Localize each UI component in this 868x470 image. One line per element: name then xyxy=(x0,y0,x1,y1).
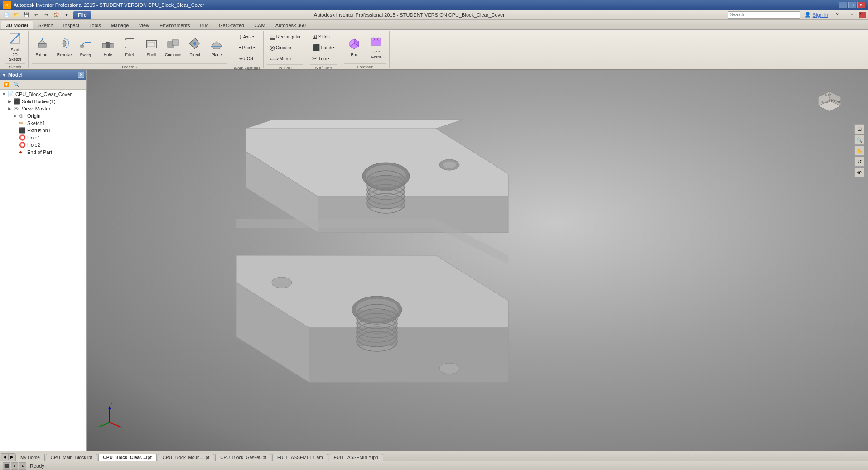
sweep-button[interactable]: Sweep xyxy=(76,32,96,62)
tree-item-view-master[interactable]: ▶ 👁 View: Master xyxy=(1,105,85,112)
edit-form-button[interactable]: EditForm xyxy=(366,32,386,62)
tab-full-assembly-ipn[interactable]: FULL_ASSEMBLY.ipn xyxy=(329,454,383,461)
point-button[interactable]: • Point ▾ xyxy=(237,43,258,53)
inner-close-button[interactable]: ✕ xyxy=(859,12,866,18)
shell-button[interactable]: Shell xyxy=(141,32,162,62)
tab-my-home[interactable]: My Home xyxy=(15,454,45,461)
tab-cpu-main-block[interactable]: CPU_Main_Block.ipt xyxy=(46,454,97,461)
status-bar: ⬛ ▲ ▲ Ready xyxy=(0,461,868,470)
hole-button[interactable]: Hole xyxy=(97,32,118,62)
fillet-button[interactable]: Fillet xyxy=(119,32,140,62)
tab-3d-model[interactable]: 3D Model xyxy=(1,21,33,29)
minimize-button[interactable]: ─ xyxy=(839,2,847,8)
tab-tools[interactable]: Tools xyxy=(84,21,106,29)
rectangular-button[interactable]: ▦ Rectangular xyxy=(267,32,303,42)
tab-cpu-block-clear-ipt[interactable]: CPU_Block_Clear....ipt xyxy=(98,454,157,461)
tab-environments[interactable]: Environments xyxy=(154,21,195,29)
scroll-up-icon[interactable]: ▲ xyxy=(19,462,26,470)
save-button[interactable]: 💾 xyxy=(22,11,31,19)
tree-item-origin[interactable]: ▶ ⊕ Origin xyxy=(1,112,85,120)
tab-sketch[interactable]: Sketch xyxy=(33,21,58,29)
tab-cpu-block-moun-ipt[interactable]: CPU_Block_Moun....ipt xyxy=(158,454,214,461)
undo-button[interactable]: ↩ xyxy=(32,11,41,19)
open-button[interactable]: 📂 xyxy=(12,11,21,19)
tab-cam[interactable]: CAM xyxy=(249,21,270,29)
model-display-icon[interactable]: ⬛ xyxy=(3,462,10,470)
tab-inspect[interactable]: Inspect xyxy=(58,21,84,29)
axis-indicator: Z X Y xyxy=(96,401,123,428)
start-2d-sketch-label: Start2D Sketch xyxy=(6,48,24,62)
home-button[interactable]: 🏠 xyxy=(52,11,61,19)
plane-button[interactable]: Plane xyxy=(206,32,227,62)
tree-item-label: Origin xyxy=(27,113,40,119)
combine-button[interactable]: Combine xyxy=(163,32,183,62)
svg-rect-51 xyxy=(357,310,397,346)
close-button[interactable]: ✕ xyxy=(857,2,865,8)
window-controls: ─ □ ✕ xyxy=(839,2,865,8)
svg-rect-9 xyxy=(106,43,110,48)
visual-style-icon[interactable]: ▲ xyxy=(11,462,18,470)
ucs-button[interactable]: ⌖ UCS xyxy=(237,53,256,64)
inner-win-controls: ─ □ ✕ xyxy=(843,12,866,18)
tree-item-hole1[interactable]: ⭕ Hole1 xyxy=(1,134,85,141)
tab-cpu-block-gasket[interactable]: CPU_Block_Gasket.ipt xyxy=(215,454,271,461)
circular-button[interactable]: ◎ Circular xyxy=(267,43,294,53)
svg-rect-6 xyxy=(81,45,83,47)
view-cube[interactable]: FRONT RIGHT TOP xyxy=(814,83,845,115)
signin-link[interactable]: Sign In xyxy=(813,12,828,18)
svg-point-53 xyxy=(439,363,459,374)
pan-button[interactable]: ✋ xyxy=(854,146,864,156)
zoom-all-button[interactable]: ⊡ xyxy=(854,124,864,134)
patch-button[interactable]: ⬛ Patch ▾ xyxy=(310,43,338,53)
hole-label: Hole xyxy=(104,53,112,57)
help-button[interactable]: ? xyxy=(833,11,842,19)
model-filter-button[interactable]: 🔽 xyxy=(2,81,11,89)
tab-view[interactable]: View xyxy=(134,21,154,29)
inner-minimize-button[interactable]: ─ xyxy=(843,12,850,18)
tree-item-hole2[interactable]: ⭕ Hole2 xyxy=(1,141,85,149)
tree-item-label: End of Part xyxy=(27,149,52,155)
extrude-button[interactable]: Extrude xyxy=(32,32,53,62)
orbit-button[interactable]: ↺ xyxy=(854,157,864,167)
tree-item-end-of-part[interactable]: ● End of Part xyxy=(1,149,85,156)
inner-restore-button[interactable]: □ xyxy=(851,12,858,18)
svg-text:Y: Y xyxy=(97,425,99,428)
tab-autodesk-360[interactable]: Autodesk 360 xyxy=(270,21,311,29)
tab-bim[interactable]: BIM xyxy=(195,21,214,29)
tabs-scroll-left-button[interactable]: ◀ xyxy=(1,453,8,460)
tab-get-started[interactable]: Get Started xyxy=(214,21,249,29)
tab-full-assembly-iam[interactable]: FULL_ASSEMBLY.iam xyxy=(272,454,328,461)
restore-button[interactable]: □ xyxy=(848,2,856,8)
sketch-group-label: Sketch xyxy=(5,63,25,69)
stitch-button[interactable]: ⊞ Stitch xyxy=(310,32,332,42)
panel-close-button[interactable]: ✕ xyxy=(78,72,84,78)
model-search-button[interactable]: 🔍 xyxy=(12,81,21,89)
extrusion-icon: ⬛ xyxy=(19,127,26,134)
look-at-button[interactable]: 👁 xyxy=(854,168,864,177)
start-2d-sketch-button[interactable]: Start2D Sketch xyxy=(5,32,25,62)
file-tab[interactable]: File xyxy=(73,11,91,19)
tree-item-cpu-block[interactable]: ▼ 📄 CPU_Block_Clear_Cover xyxy=(1,91,85,98)
box-button[interactable]: Box xyxy=(344,32,365,62)
patch-icon: ⬛ xyxy=(312,44,320,51)
edit-form-label: EditForm xyxy=(371,50,381,60)
search-input[interactable] xyxy=(728,11,800,19)
new-button[interactable]: 📄 xyxy=(2,11,11,19)
tab-manage[interactable]: Manage xyxy=(106,21,134,29)
options-button[interactable]: ▾ xyxy=(62,11,71,19)
viewport[interactable]: Z X Y FRONT RIGHT TOP ⊡ 🔍 ✋ xyxy=(87,70,868,451)
mirror-button[interactable]: ⟺ Mirror xyxy=(267,53,294,63)
revolve-button[interactable]: Revolve xyxy=(54,32,75,62)
tree-item-sketch1[interactable]: ✏ Sketch1 xyxy=(1,120,85,127)
zoom-button[interactable]: 🔍 xyxy=(854,135,864,145)
shell-label: Shell xyxy=(147,53,156,57)
axis-button[interactable]: ↕ Axis ▾ xyxy=(237,32,257,42)
direct-button[interactable]: Direct xyxy=(184,32,205,62)
trim-button[interactable]: ✂ Trim ▾ xyxy=(310,53,333,63)
redo-button[interactable]: ↪ xyxy=(42,11,51,19)
tabs-scroll-right-button[interactable]: ▶ xyxy=(8,453,15,460)
tree-item-solid-bodies[interactable]: ▶ ⬛ Solid Bodies(1) xyxy=(1,98,85,105)
tree-item-extrusion1[interactable]: ⬛ Extrusion1 xyxy=(1,127,85,134)
expand-icon: ▼ xyxy=(2,92,7,96)
svg-marker-4 xyxy=(38,40,46,43)
